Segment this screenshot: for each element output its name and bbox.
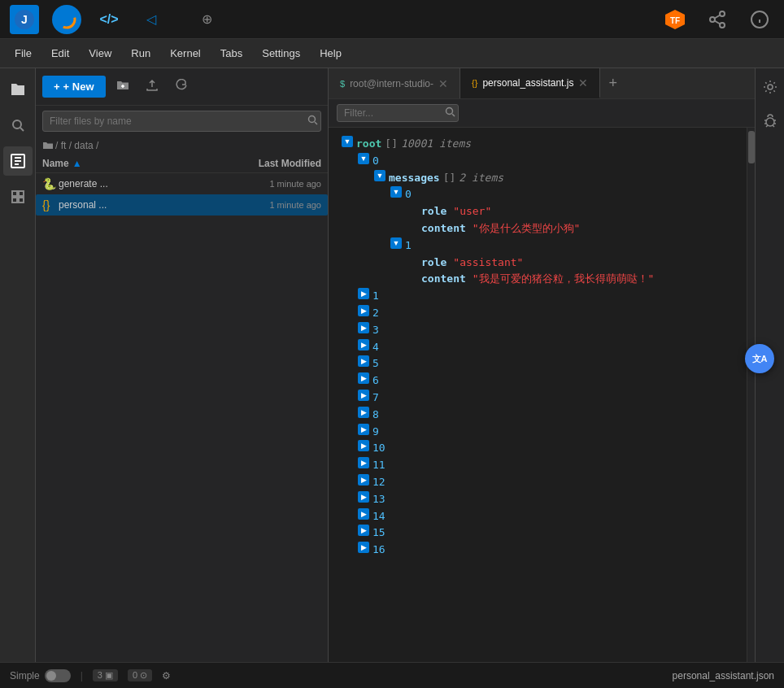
refresh-button[interactable] [169,75,194,98]
json-index-5: ▶5 [342,355,734,372]
top-icon-bar: J </> ◁ ⊕ TF [0,0,784,39]
svg-point-2 [59,11,75,28]
expand-11-button[interactable]: ▶ [358,457,369,468]
file-row[interactable]: {} personal ... 1 minute ago [36,194,328,216]
simple-mode-toggle[interactable]: Simple [10,669,71,682]
menu-view[interactable]: View [81,44,120,63]
expand-14-button[interactable]: ▶ [358,508,369,520]
file-name: generate ... [59,178,216,189]
search-input[interactable] [42,111,321,132]
expand-10-button[interactable]: ▶ [358,440,369,451]
expand-2-button[interactable]: ▶ [358,305,369,316]
collapsed-items: ▶1▶2▶3▶4▶5▶6▶7▶8▶9▶10▶11▶12▶13▶14▶15▶16 [342,288,734,559]
json-index-12: ▶12 [342,474,734,491]
breadcrumb: / ft / data / [36,137,328,155]
svg-point-29 [768,85,773,89]
svg-point-13 [13,120,21,128]
status-bar: Simple | 3 ▣ 0 ⊙ ⚙ personal_assistant.js… [0,662,784,688]
info-icon[interactable] [745,5,774,34]
json-tab-icon: {} [472,78,477,88]
new-folder-button[interactable] [111,75,135,98]
kernel-count-badge[interactable]: 0 ⊙ [128,669,152,681]
json-msg1-role: role "assistant" [342,255,734,272]
svg-line-14 [20,128,24,131]
share-icon[interactable] [703,5,732,34]
svg-point-6 [710,17,715,22]
expand-3-button[interactable]: ▶ [358,322,369,333]
tab-bar: $ root@intern-studio- ✕ {} personal_assi… [329,68,755,99]
json-index-8: ▶8 [342,407,734,424]
tab-close-button[interactable]: ✕ [438,77,448,90]
spinner-icon[interactable] [52,5,81,34]
json-msg-0: ▼ 0 [342,186,734,203]
tab-close-button[interactable]: ✕ [578,76,588,89]
expand-12-button[interactable]: ▶ [358,474,369,486]
expand-9-button[interactable]: ▶ [358,424,369,435]
sort-name-button[interactable]: Name ▲ [42,158,216,169]
tab-terminal[interactable]: $ root@intern-studio- ✕ [329,68,460,98]
search-submit-button[interactable] [307,115,318,128]
svg-text:J: J [21,13,28,26]
svg-point-27 [446,108,453,115]
expand-5-button[interactable]: ▶ [358,355,369,367]
menu-kernel[interactable]: Kernel [162,44,209,63]
terminal-tab-icon: $ [340,79,345,89]
expand-1-button[interactable]: ▶ [358,288,369,299]
json-msg0-role: role "user" [342,203,734,220]
expand-6-button[interactable]: ▶ [358,372,369,384]
menu-file[interactable]: File [7,44,40,63]
menu-help[interactable]: Help [311,44,350,63]
menu-run[interactable]: Run [123,44,159,63]
svg-text:TF: TF [670,16,680,25]
collapse-msg0-button[interactable]: ▼ [390,186,402,198]
activity-search[interactable] [3,111,33,140]
logo-icon[interactable]: J [10,5,39,34]
collapse-root-button[interactable]: ▼ [342,136,353,147]
collapse-messages-button[interactable]: ▼ [374,170,385,181]
json-filter-input[interactable] [337,104,459,122]
tensorflow-icon[interactable]: TF [660,5,690,34]
file-row[interactable]: 🐍 generate ... 1 minute ago [36,173,328,194]
expand-16-button[interactable]: ▶ [358,542,369,553]
json-index-10: ▶10 [342,440,734,457]
json-index-7: ▶7 [342,390,734,407]
plus-icon: + [54,81,60,93]
activity-extensions[interactable] [3,182,33,211]
tab-json[interactable]: {} personal_assistant.js ✕ [460,68,600,98]
tab-add-button[interactable]: + [600,68,625,98]
expand-4-button[interactable]: ▶ [358,339,369,351]
toggle-track[interactable] [45,669,71,682]
activity-folder[interactable] [3,75,33,104]
settings-gear-icon[interactable] [758,75,782,99]
json-filter-search-button[interactable] [445,107,455,120]
expand-7-button[interactable]: ▶ [358,390,369,401]
vscode-icon[interactable]: ◁ [137,5,166,34]
upload-button[interactable] [140,75,164,98]
bug-icon[interactable] [758,109,782,133]
editor-content: ▼ root [] 10001 items ▼ 0 ▼ messages [] … [329,128,755,662]
compass-icon[interactable]: ⊕ [192,5,221,34]
json-index-2: ▶2 [342,305,734,322]
svg-line-9 [715,15,721,18]
expand-8-button[interactable]: ▶ [358,407,369,418]
menu-settings[interactable]: Settings [254,44,308,63]
toggle-thumb [46,671,56,681]
svg-rect-22 [19,198,24,202]
json-index-16: ▶16 [342,542,734,559]
expand-13-button[interactable]: ▶ [358,491,369,503]
json-messages-line: ▼ messages [] 2 items [342,170,734,187]
menu-edit[interactable]: Edit [43,44,77,63]
collapse-msg1-button[interactable]: ▼ [390,237,402,249]
expand-15-button[interactable]: ▶ [358,525,369,536]
code-icon[interactable]: </> [94,5,124,34]
new-button[interactable]: + + New [42,76,106,98]
json-msg-1: ▼ 1 [342,237,734,255]
menu-tabs[interactable]: Tabs [212,44,250,63]
activity-explorer[interactable] [3,146,33,176]
terminal-count-badge[interactable]: 3 ▣ [93,669,118,681]
editor-scrollbar[interactable] [747,128,755,662]
svg-line-26 [315,122,317,124]
json-viewer[interactable]: ▼ root [] 10001 items ▼ 0 ▼ messages [] … [329,128,747,662]
collapse-0-button[interactable]: ▼ [358,153,369,164]
json-msg1-content: content "我是可爱的猪谷粒，我长得萌萌哒！" [342,271,734,288]
